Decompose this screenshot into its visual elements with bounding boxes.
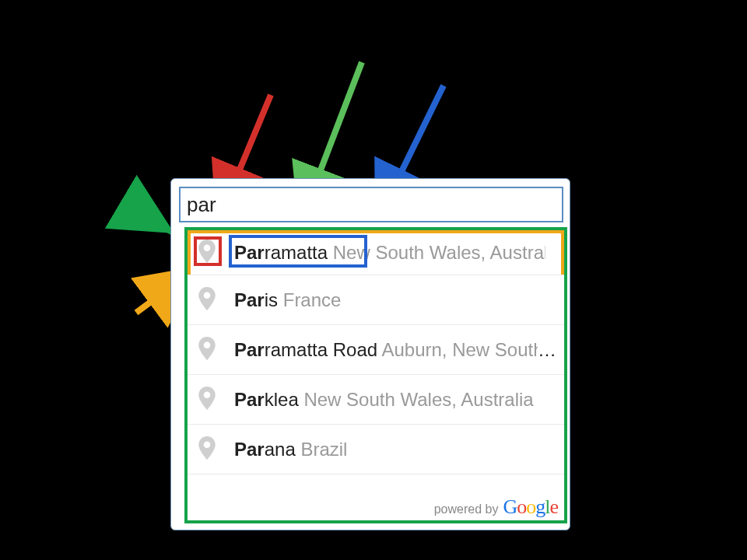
- svg-point-6: [204, 292, 211, 299]
- autocomplete-item[interactable]: Paris France: [188, 275, 564, 325]
- svg-point-8: [204, 391, 211, 398]
- autocomplete-item[interactable]: Parklea New South Wales, Australia: [188, 375, 564, 425]
- autocomplete-item-text: Parklea New South Wales, Australia: [234, 389, 534, 411]
- svg-point-5: [204, 244, 211, 251]
- autocomplete-item[interactable]: Parramatta New South Wales, Australia: [188, 230, 564, 275]
- autocomplete-item-text: Parana Brazil: [234, 439, 347, 460]
- autocomplete-dropdown: Parramatta New South Wales, Australia Pa…: [184, 227, 567, 523]
- autocomplete-item[interactable]: Parana Brazil: [188, 425, 564, 474]
- svg-point-7: [204, 341, 211, 348]
- marker-icon: [198, 287, 216, 313]
- autocomplete-item[interactable]: Parramatta Road Auburn, New South W …: [188, 325, 564, 375]
- google-logo: Google: [503, 495, 558, 519]
- autocomplete-item-text: Parramatta Road Auburn, New South W: [234, 339, 538, 361]
- autocomplete-widget: Parramatta New South Wales, Australia Pa…: [170, 178, 570, 530]
- marker-icon: [198, 387, 216, 413]
- autocomplete-item-text: Paris France: [234, 289, 341, 311]
- attribution: powered by Google: [434, 495, 558, 519]
- autocomplete-item-text: Parramatta New South Wales, Australia: [234, 242, 545, 264]
- search-input[interactable]: [179, 187, 563, 222]
- marker-icon: [198, 240, 216, 266]
- attribution-prefix: powered by: [434, 502, 499, 516]
- svg-point-9: [204, 441, 211, 448]
- svg-line-0: [132, 208, 174, 233]
- marker-icon: [198, 436, 216, 463]
- marker-icon: [198, 337, 216, 363]
- ellipsis: …: [538, 339, 556, 361]
